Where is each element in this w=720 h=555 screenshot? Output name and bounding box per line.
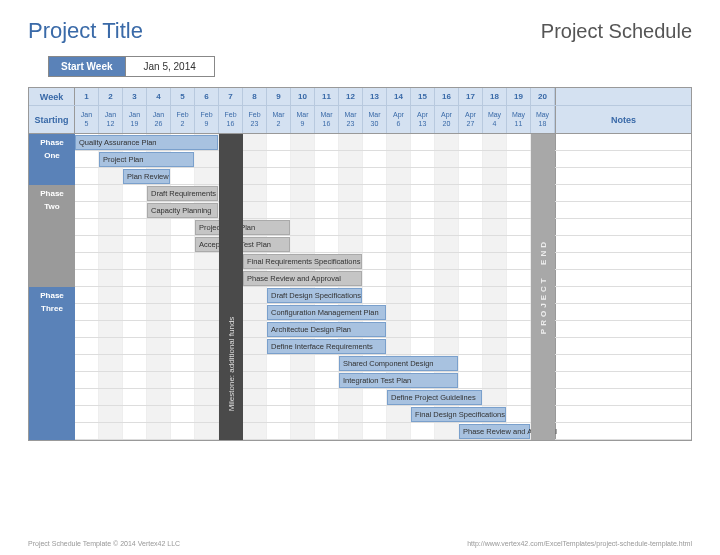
notes-cell[interactable] xyxy=(555,406,691,422)
week-num-10: 10 xyxy=(291,88,315,105)
grid-cell xyxy=(291,304,315,320)
header-row-dates: Starting Jan5Jan12Jan19Jan26Feb2Feb9Feb1… xyxy=(29,106,691,134)
grid-cell xyxy=(507,270,531,286)
grid-cell xyxy=(243,185,267,201)
grid-cell xyxy=(531,270,555,286)
grid-cell xyxy=(411,304,435,320)
grid-cell xyxy=(219,219,243,235)
grid-cell xyxy=(291,219,315,235)
grid-cell xyxy=(123,168,147,184)
grid-cell xyxy=(315,321,339,337)
notes-cell[interactable] xyxy=(555,338,691,354)
grid-row xyxy=(29,168,691,185)
grid-cell xyxy=(315,151,339,167)
grid-cell xyxy=(243,321,267,337)
notes-cell[interactable] xyxy=(555,355,691,371)
grid-cell xyxy=(435,287,459,303)
grid-cell xyxy=(315,253,339,269)
grid-cell xyxy=(123,372,147,388)
grid-cell xyxy=(531,304,555,320)
grid-cell xyxy=(387,168,411,184)
grid-cell xyxy=(75,270,99,286)
header-row-weeks: Week 1234567891011121314151617181920 xyxy=(29,88,691,106)
grid-cell xyxy=(219,185,243,201)
grid-cell xyxy=(219,151,243,167)
grid-cell xyxy=(459,185,483,201)
grid-cell xyxy=(435,406,459,422)
week-date-6: Feb9 xyxy=(195,106,219,133)
grid-cell xyxy=(411,321,435,337)
notes-cell[interactable] xyxy=(555,304,691,320)
grid-cell xyxy=(483,389,507,405)
grid-cell xyxy=(531,372,555,388)
notes-cell[interactable] xyxy=(555,372,691,388)
grid-cell xyxy=(99,168,123,184)
week-num-5: 5 xyxy=(171,88,195,105)
grid-cell xyxy=(123,185,147,201)
grid-cell xyxy=(243,253,267,269)
grid-cell xyxy=(99,253,123,269)
grid-cell xyxy=(171,338,195,354)
grid-row xyxy=(29,304,691,321)
grid-cell xyxy=(411,406,435,422)
grid-cell xyxy=(387,287,411,303)
grid-cell xyxy=(219,321,243,337)
grid-cell xyxy=(243,355,267,371)
grid-cell xyxy=(99,423,123,439)
week-num-16: 16 xyxy=(435,88,459,105)
grid-cell xyxy=(435,219,459,235)
notes-cell[interactable] xyxy=(555,287,691,303)
grid-cell xyxy=(387,134,411,150)
grid-cell xyxy=(123,304,147,320)
notes-cell[interactable] xyxy=(555,134,691,150)
notes-cell[interactable] xyxy=(555,389,691,405)
grid-cell xyxy=(507,389,531,405)
notes-cell[interactable] xyxy=(555,202,691,218)
grid-cell xyxy=(435,304,459,320)
notes-cell[interactable] xyxy=(555,321,691,337)
grid-cell xyxy=(99,236,123,252)
grid-cell xyxy=(507,423,531,439)
grid-cell xyxy=(411,168,435,184)
week-date-20: May18 xyxy=(531,106,555,133)
week-num-2: 2 xyxy=(99,88,123,105)
grid-cell xyxy=(507,202,531,218)
notes-cell[interactable] xyxy=(555,219,691,235)
grid-cell xyxy=(507,338,531,354)
notes-cell[interactable] xyxy=(555,423,691,439)
week-num-18: 18 xyxy=(483,88,507,105)
grid-cell xyxy=(267,219,291,235)
grid-cell xyxy=(363,406,387,422)
grid-cell xyxy=(459,270,483,286)
notes-cell[interactable] xyxy=(555,270,691,286)
notes-cell[interactable] xyxy=(555,151,691,167)
grid-cell xyxy=(387,219,411,235)
grid-cell xyxy=(291,389,315,405)
start-week-value[interactable]: Jan 5, 2014 xyxy=(126,56,215,77)
grid-cell xyxy=(459,406,483,422)
notes-cell[interactable] xyxy=(555,236,691,252)
grid-cell xyxy=(291,202,315,218)
notes-cell[interactable] xyxy=(555,185,691,201)
grid-cell xyxy=(195,287,219,303)
grid-cell xyxy=(243,338,267,354)
grid-cell xyxy=(219,355,243,371)
grid-cell xyxy=(315,168,339,184)
grid-cell xyxy=(435,168,459,184)
grid-cell xyxy=(123,151,147,167)
grid-row xyxy=(29,202,691,219)
notes-cell[interactable] xyxy=(555,253,691,269)
grid-cell xyxy=(147,185,171,201)
week-num-19: 19 xyxy=(507,88,531,105)
grid-cell xyxy=(507,287,531,303)
grid-cell xyxy=(99,355,123,371)
notes-cell[interactable] xyxy=(555,168,691,184)
week-num-8: 8 xyxy=(243,88,267,105)
grid-cell xyxy=(123,338,147,354)
grid-cell xyxy=(387,355,411,371)
grid-cell xyxy=(123,270,147,286)
week-num-3: 3 xyxy=(123,88,147,105)
grid-row xyxy=(29,389,691,406)
week-num-12: 12 xyxy=(339,88,363,105)
week-date-1: Jan5 xyxy=(75,106,99,133)
